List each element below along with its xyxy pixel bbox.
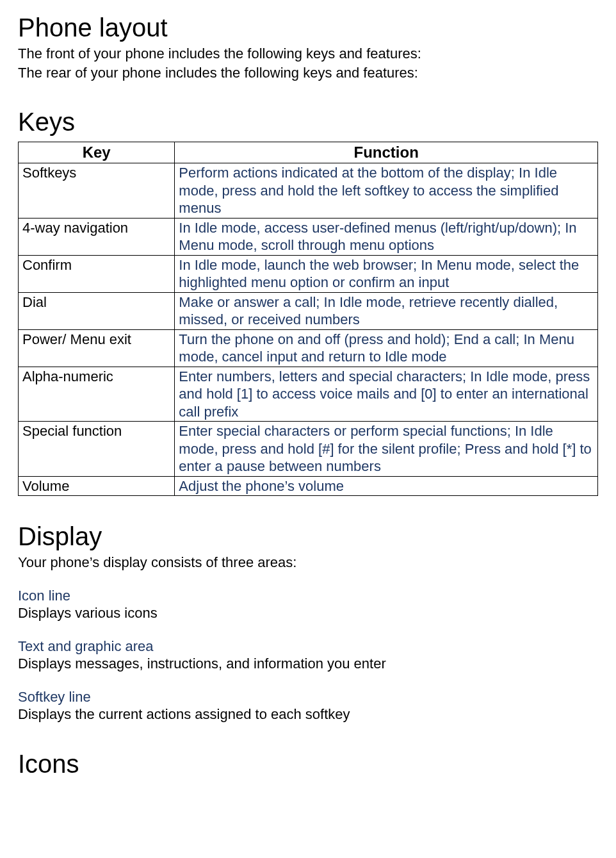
display-area-label: Text and graphic area (18, 638, 598, 656)
display-area-desc: Displays messages, instructions, and inf… (18, 655, 598, 673)
phone-layout-p2: The rear of your phone includes the foll… (18, 64, 598, 82)
display-area: Icon lineDisplays various icons (18, 587, 598, 622)
key-name: Dial (19, 292, 175, 329)
display-area-desc: Displays the current actions assigned to… (18, 705, 598, 723)
keys-table-header-function: Function (175, 142, 598, 163)
key-function: Enter numbers, letters and special chara… (175, 367, 598, 422)
table-row: SoftkeysPerform actions indicated at the… (19, 163, 598, 219)
key-name: Confirm (19, 255, 175, 292)
display-area-label: Icon line (18, 587, 598, 605)
key-name: Volume (19, 476, 175, 496)
key-function: Enter special characters or perform spec… (175, 422, 598, 477)
keys-table-header-key: Key (19, 142, 175, 163)
heading-icons: Icons (18, 748, 598, 780)
table-row: Alpha-numericEnter numbers, letters and … (19, 367, 598, 422)
key-name: Special function (19, 422, 175, 477)
display-area: Text and graphic areaDisplays messages, … (18, 638, 598, 673)
heading-phone-layout: Phone layout (18, 12, 598, 44)
display-area-label: Softkey line (18, 688, 598, 706)
key-function: In Idle mode, launch the web browser; In… (175, 255, 598, 292)
table-row: ConfirmIn Idle mode, launch the web brow… (19, 255, 598, 292)
key-name: Alpha-numeric (19, 367, 175, 422)
table-row: VolumeAdjust the phone’s volume (19, 476, 598, 496)
phone-layout-p1: The front of your phone includes the fol… (18, 45, 598, 63)
table-row: DialMake or answer a call; In Idle mode,… (19, 292, 598, 329)
key-function: Turn the phone on and off (press and hol… (175, 329, 598, 367)
key-name: Power/ Menu exit (19, 329, 175, 367)
display-intro: Your phone’s display consists of three a… (18, 554, 598, 572)
key-function: Adjust the phone’s volume (175, 476, 598, 496)
display-area-desc: Displays various icons (18, 604, 598, 622)
key-name: 4-way navigation (19, 218, 175, 255)
table-row: Power/ Menu exitTurn the phone on and of… (19, 329, 598, 367)
table-row: Special functionEnter special characters… (19, 422, 598, 477)
key-function: Perform actions indicated at the bottom … (175, 163, 598, 219)
display-area: Softkey lineDisplays the current actions… (18, 688, 598, 723)
table-row: 4-way navigationIn Idle mode, access use… (19, 218, 598, 255)
heading-display: Display (18, 520, 598, 552)
key-name: Softkeys (19, 163, 175, 219)
key-function: In Idle mode, access user-defined menus … (175, 218, 598, 255)
key-function: Make or answer a call; In Idle mode, ret… (175, 292, 598, 329)
heading-keys: Keys (18, 106, 598, 138)
keys-table: Key Function SoftkeysPerform actions ind… (18, 142, 598, 496)
